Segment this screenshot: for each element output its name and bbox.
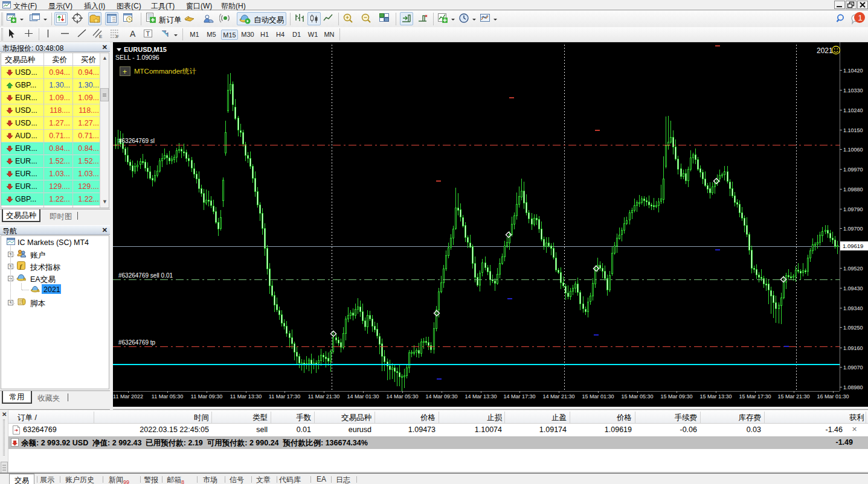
svg-text:11 Mar 2022: 11 Mar 2022	[113, 393, 143, 400]
svg-text:1.09250: 1.09250	[843, 325, 863, 331]
svg-text:15 Mar 13:30: 15 Mar 13:30	[699, 393, 731, 400]
svg-text:11 Mar 09:30: 11 Mar 09:30	[191, 393, 222, 400]
svg-text:14 Mar 17:30: 14 Mar 17:30	[503, 393, 535, 400]
svg-text:15 Mar 05:30: 15 Mar 05:30	[621, 393, 653, 400]
svg-text:1.10240: 1.10240	[843, 107, 863, 113]
svg-text:1.09970: 1.09970	[843, 167, 863, 173]
svg-text:#63264769 tp: #63264769 tp	[118, 339, 156, 346]
svg-text:1.09340: 1.09340	[843, 305, 863, 311]
svg-text:1.09520: 1.09520	[843, 266, 863, 272]
svg-text:1.09700: 1.09700	[843, 226, 863, 232]
svg-text:15 Mar 21:30: 15 Mar 21:30	[777, 393, 809, 400]
svg-text:14 Mar 01:30: 14 Mar 01:30	[347, 393, 379, 400]
svg-text:16 Mar 01:30: 16 Mar 01:30	[817, 393, 849, 400]
svg-text:MTCommander统计: MTCommander统计	[134, 68, 196, 75]
svg-text:15 Mar 01:30: 15 Mar 01:30	[582, 393, 614, 400]
svg-text:1.09070: 1.09070	[843, 365, 863, 371]
svg-text:1.10420: 1.10420	[843, 68, 863, 74]
svg-text:15 Mar 17:30: 15 Mar 17:30	[739, 393, 771, 400]
svg-text:#63264769 sell 0.01: #63264769 sell 0.01	[118, 272, 173, 279]
svg-text:1.10150: 1.10150	[843, 127, 863, 133]
svg-text:A: A	[130, 29, 136, 39]
svg-text:1.10330: 1.10330	[843, 88, 863, 94]
svg-text:14 Mar 13:30: 14 Mar 13:30	[465, 393, 497, 400]
svg-text:EURUSD,M15: EURUSD,M15	[124, 46, 167, 53]
svg-text:15 Mar 09:30: 15 Mar 09:30	[660, 393, 692, 400]
svg-text:1.09619: 1.09619	[843, 243, 863, 249]
svg-text:SELL - 1.09096: SELL - 1.09096	[115, 54, 159, 61]
svg-text:1.09160: 1.09160	[843, 345, 863, 351]
svg-text:1.10060: 1.10060	[843, 147, 863, 153]
svg-text:E: E	[99, 34, 102, 39]
svg-text:14 Mar 21:30: 14 Mar 21:30	[542, 393, 574, 400]
svg-text:T: T	[146, 30, 150, 37]
svg-text:+: +	[123, 68, 127, 76]
svg-text:1: 1	[858, 13, 863, 22]
svg-text:1.08980: 1.08980	[843, 384, 863, 390]
svg-text:14 Mar 09:30: 14 Mar 09:30	[425, 393, 457, 400]
svg-text:11 Mar 21:30: 11 Mar 21:30	[308, 393, 339, 400]
svg-text:#63264769 sl: #63264769 sl	[118, 138, 155, 144]
svg-text:11 Mar 17:30: 11 Mar 17:30	[269, 393, 300, 400]
svg-text:11 Mar 13:30: 11 Mar 13:30	[230, 393, 262, 400]
svg-text:11 Mar 05:30: 11 Mar 05:30	[152, 393, 183, 400]
svg-text:F: F	[116, 34, 119, 39]
svg-text:1.09880: 1.09880	[843, 186, 863, 193]
svg-text:1.09790: 1.09790	[843, 206, 863, 212]
svg-text:1.09430: 1.09430	[843, 285, 863, 291]
svg-text:14 Mar 05:30: 14 Mar 05:30	[386, 393, 418, 400]
svg-text:2021: 2021	[817, 46, 833, 55]
